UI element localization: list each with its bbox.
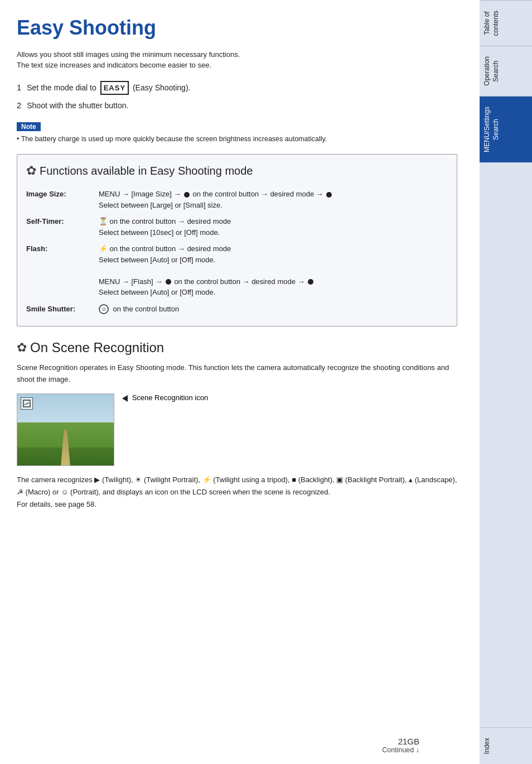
scene-sun-icon: ✿: [17, 340, 27, 355]
sidebar-tab-index[interactable]: Index: [480, 727, 532, 764]
step-2: 2 Shoot with the shutter button.: [17, 99, 457, 112]
func-desc-flash: ⚡ on the control button → desired mode S…: [99, 241, 446, 301]
sidebar-tab-table-of-contents[interactable]: Table ofcontents: [480, 0, 532, 46]
twilight-tripod-icon: ⚡: [202, 475, 211, 484]
backlight-portrait-icon: ▣: [336, 475, 343, 484]
functions-box: ✿ Functions available in Easy Shooting m…: [17, 154, 457, 326]
page-number-area: 21GB Continued ↓: [382, 737, 419, 754]
func-row-self-timer: Self-Timer: ⏳ on the control button → de…: [26, 213, 446, 241]
note-label: Note: [17, 122, 41, 131]
steps-section: 1 Set the mode dial to EASY (Easy Shooti…: [17, 81, 457, 112]
scene-desc: Scene Recognition operates in Easy Shoot…: [17, 362, 457, 386]
scene-image: [17, 393, 114, 466]
sidebar-tab-operation-search[interactable]: OperationSearch: [480, 46, 532, 96]
intro-text: Allows you shoot still images using the …: [17, 49, 457, 71]
scene-section: ✿ On Scene Recognition Scene Recognition…: [17, 340, 457, 511]
functions-table: Image Size: MENU → [Image Size] → on the…: [26, 186, 446, 317]
func-label-smile-shutter: Smile Shutter:: [26, 301, 99, 318]
func-desc-self-timer: ⏳ on the control button → desired mode S…: [99, 213, 446, 241]
main-page: Easy Shooting Allows you shoot still ima…: [0, 0, 480, 764]
step-2-num: 2: [17, 100, 21, 110]
scene-title: ✿ On Scene Recognition: [17, 340, 457, 355]
scene-recognition-overlay-icon: [21, 397, 33, 410]
portrait-icon: ☺: [61, 488, 68, 496]
intro-line-1: Allows you shoot still images using the …: [17, 49, 457, 60]
sun-icon: ✿: [26, 164, 36, 178]
func-label-flash: Flash:: [26, 241, 99, 301]
sidebar-tab-menu-settings-search[interactable]: MENU/SettingsSearch: [480, 96, 532, 162]
twilight-icon: ▶: [94, 475, 100, 484]
macro-icon: ☭: [17, 488, 23, 496]
func-desc-image-size: MENU → [Image Size] → on the control but…: [99, 186, 446, 213]
func-desc-smile-shutter: ☺ on the control button: [99, 301, 446, 318]
step-2-text: Shoot with the shutter button.: [27, 101, 128, 110]
func-label-self-timer: Self-Timer:: [26, 213, 99, 241]
func-row-flash: Flash: ⚡ on the control button → desired…: [26, 241, 446, 301]
functions-title: ✿ Functions available in Easy Shooting m…: [26, 164, 446, 178]
sidebar: Table ofcontents OperationSearch MENU/Se…: [480, 0, 532, 764]
func-row-image-size: Image Size: MENU → [Image Size] → on the…: [26, 186, 446, 213]
step-1-num: 1: [17, 83, 21, 92]
twilight-portrait-icon: ☀: [135, 475, 142, 484]
continued-label: Continued ↓: [382, 746, 419, 754]
note-text: • The battery charge is used up more qui…: [17, 134, 457, 145]
func-row-smile-shutter: Smile Shutter: ☺ on the control button: [26, 301, 446, 318]
scene-recognizes-text: The camera recognizes ▶ (Twilight), ☀ (T…: [17, 474, 457, 511]
page-number: 21GB: [398, 737, 419, 746]
note-box: Note • The battery charge is used up mor…: [17, 122, 457, 145]
func-label-image-size: Image Size:: [26, 186, 99, 213]
backlight-icon: ■: [292, 475, 296, 484]
landscape-icon: ▴: [409, 475, 413, 484]
page-title: Easy Shooting: [17, 17, 457, 39]
step-1: 1 Set the mode dial to EASY (Easy Shooti…: [17, 81, 457, 95]
scene-caption: Scene Recognition icon: [122, 393, 208, 402]
scene-image-area: Scene Recognition icon: [17, 393, 457, 466]
svg-rect-0: [23, 400, 30, 407]
intro-line-2: The text size increases and indicators b…: [17, 60, 457, 71]
easy-badge: EASY: [100, 81, 129, 95]
